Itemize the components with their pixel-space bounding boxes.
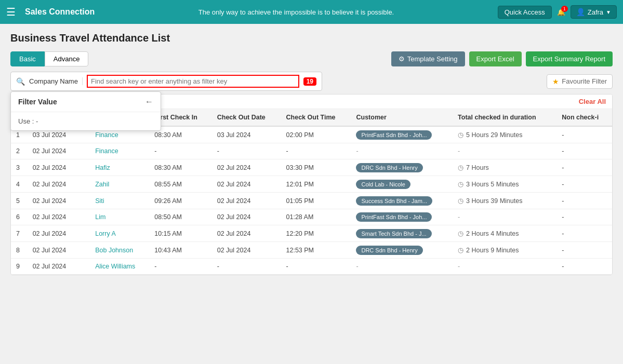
cell-first-check-in: 09:26 AM <box>149 193 212 209</box>
cell-num: 4 <box>11 176 28 193</box>
cell-user[interactable]: Zahil <box>90 176 149 193</box>
customer-badge: Smart Tech Sdn Bhd - J... <box>356 229 431 238</box>
chevron-down-icon: ▼ <box>606 9 611 15</box>
customer-badge: PrintFast Sdn Bhd - Joh... <box>356 130 432 140</box>
cell-user[interactable]: Bob Johnson <box>90 242 149 259</box>
tab-group: Basic Advance <box>10 51 88 66</box>
user-link[interactable]: Finance <box>95 147 118 155</box>
table-row: 9 02 Jul 2024 Alice Williams - - - - - - <box>11 259 612 275</box>
cell-duration: ◷2 Hours 9 Minutes <box>453 242 556 259</box>
search-left: 🔍 Company Name 19 Filter Value ← Use : - <box>10 72 547 91</box>
cell-customer: Cold Lab - Nicole <box>351 176 453 193</box>
search-row: 🔍 Company Name 19 Filter Value ← Use : -… <box>10 72 613 91</box>
cell-duration: - <box>453 143 556 159</box>
main-content: Business Travel Attendance List Basic Ad… <box>0 24 623 364</box>
cell-first-check-in: 08:30 AM <box>149 159 212 176</box>
action-buttons: ⚙ Template Setting Export Excel Export S… <box>391 51 613 66</box>
cell-check-out-time: 12:20 PM <box>281 225 351 242</box>
cell-non-check: - <box>556 242 612 259</box>
cell-non-check: - <box>556 209 612 225</box>
brand-logo: Sales Connection <box>25 7 95 17</box>
user-link[interactable]: Hafiz <box>95 164 110 171</box>
table-row: 5 02 Jul 2024 Siti 09:26 AM 02 Jul 2024 … <box>11 193 612 209</box>
cell-user[interactable]: Hafiz <box>90 159 149 176</box>
search-input[interactable] <box>87 75 299 88</box>
cell-duration: - <box>453 209 556 225</box>
cell-num: 9 <box>11 259 28 275</box>
hamburger-icon[interactable]: ☰ <box>6 6 16 18</box>
cell-check-in-date: 02 Jul 2024 <box>28 159 90 176</box>
bell-badge: 1 <box>561 6 568 12</box>
toolbar: Basic Advance ⚙ Template Setting Export … <box>10 51 613 66</box>
cell-check-in-date: 02 Jul 2024 <box>28 242 90 259</box>
duration-text: 3 Hours 5 Minutes <box>466 181 519 188</box>
cell-first-check-in: 08:55 AM <box>149 176 212 193</box>
user-link[interactable]: Zahil <box>95 181 109 188</box>
bell-icon[interactable]: 🔔 1 <box>557 8 565 16</box>
user-link[interactable]: Bob Johnson <box>95 247 133 254</box>
user-link[interactable]: Alice Williams <box>95 263 135 270</box>
cell-user[interactable]: Lim <box>90 209 149 225</box>
user-menu-button[interactable]: 👤 Zafra ▼ <box>571 5 617 19</box>
export-summary-button[interactable]: Export Summary Report <box>526 51 613 66</box>
table-row: 2 02 Jul 2024 Finance - - - - - - <box>11 143 612 159</box>
filter-use-label: Use : - <box>18 117 38 125</box>
clock-icon: ◷ <box>458 246 463 254</box>
cell-check-out-time: 02:00 PM <box>281 126 351 143</box>
filter-dropdown-body: Use : - <box>11 112 161 130</box>
cell-num: 7 <box>11 225 28 242</box>
cell-non-check: - <box>556 143 612 159</box>
cell-non-check: - <box>556 176 612 193</box>
duration-text: 2 Hours 4 Minutes <box>466 230 519 237</box>
table-row: 6 02 Jul 2024 Lim 08:50 AM 02 Jul 2024 0… <box>11 209 612 225</box>
cell-customer: Smart Tech Sdn Bhd - J... <box>351 225 453 242</box>
user-link[interactable]: Lim <box>95 213 105 221</box>
cell-first-check-in: 10:15 AM <box>149 225 212 242</box>
table-row: 4 02 Jul 2024 Zahil 08:55 AM 02 Jul 2024… <box>11 176 612 193</box>
export-excel-button[interactable]: Export Excel <box>469 51 522 66</box>
table-row: 8 02 Jul 2024 Bob Johnson 10:43 AM 02 Ju… <box>11 242 612 259</box>
filter-value-label: Filter Value <box>18 98 57 106</box>
cell-check-out-time: 01:05 PM <box>281 193 351 209</box>
cell-check-out-date: 02 Jul 2024 <box>212 242 281 259</box>
cell-non-check: - <box>556 225 612 242</box>
col-customer: Customer <box>351 109 453 126</box>
cell-user[interactable]: Finance <box>90 143 149 159</box>
user-link[interactable]: Siti <box>95 197 104 205</box>
col-check-out-date: Check Out Date <box>212 109 281 126</box>
cell-user[interactable]: Alice Williams <box>90 259 149 275</box>
col-non-check: Non check-i <box>556 109 612 126</box>
cell-customer: - <box>351 259 453 275</box>
cell-non-check: - <box>556 259 612 275</box>
col-check-out-time: Check Out Time <box>281 109 351 126</box>
cell-check-out-time: - <box>281 259 351 275</box>
cell-duration: - <box>453 259 556 275</box>
clear-all-button[interactable]: Clear All <box>579 98 606 105</box>
cell-first-check-in: - <box>149 259 212 275</box>
customer-badge: Cold Lab - Nicole <box>356 180 410 189</box>
template-setting-button[interactable]: ⚙ Template Setting <box>391 51 465 66</box>
duration-text: 5 Hours 29 Minutes <box>466 131 522 139</box>
tab-basic[interactable]: Basic <box>10 51 45 66</box>
user-link[interactable]: Finance <box>95 131 118 139</box>
back-arrow-icon[interactable]: ← <box>145 97 153 106</box>
user-link[interactable]: Lorry A <box>95 230 116 237</box>
cell-num: 2 <box>11 143 28 159</box>
cell-first-check-in: 10:43 AM <box>149 242 212 259</box>
cell-num: 5 <box>11 193 28 209</box>
cell-user[interactable]: Siti <box>90 193 149 209</box>
tab-advance[interactable]: Advance <box>45 51 89 66</box>
favourite-filter-button[interactable]: ★ Favourite Filter <box>547 74 613 89</box>
cell-customer: DRC Sdn Bhd - Henry <box>351 159 453 176</box>
cell-check-out-date: 02 Jul 2024 <box>212 225 281 242</box>
cell-user[interactable]: Lorry A <box>90 225 149 242</box>
table-row: 7 02 Jul 2024 Lorry A 10:15 AM 02 Jul 20… <box>11 225 612 242</box>
star-icon: ★ <box>552 77 559 86</box>
customer-badge: DRC Sdn Bhd - Henry <box>356 163 422 172</box>
cell-check-out-date: 02 Jul 2024 <box>212 159 281 176</box>
attendance-table: # Check In Date User First Check In Chec… <box>11 109 612 275</box>
cell-duration: ◷5 Hours 29 Minutes <box>453 126 556 143</box>
quick-access-button[interactable]: Quick Access <box>498 6 552 19</box>
clock-icon: ◷ <box>458 180 463 188</box>
tagline: The only way to achieve the impossible i… <box>101 8 491 16</box>
